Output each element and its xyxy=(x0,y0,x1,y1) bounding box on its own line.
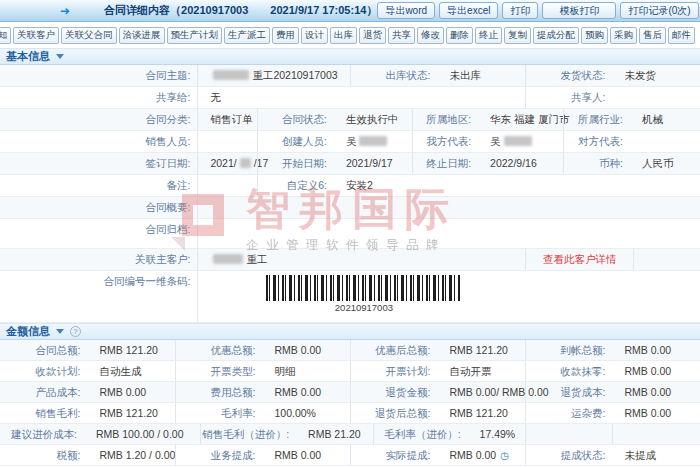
field-label: 到帐总额: xyxy=(525,340,613,360)
modify-button[interactable]: 修改 xyxy=(417,27,444,44)
stock-out-button[interactable]: 出库 xyxy=(330,27,357,44)
commission-allocation-button[interactable]: 提成分配 xyxy=(533,27,579,44)
field-value: RMB 121.20 xyxy=(438,403,526,423)
field-label: 所属行业: xyxy=(563,109,630,130)
field-value: 吴 xyxy=(334,131,412,152)
link-parent-contract-button[interactable]: 关联父合同 xyxy=(61,27,117,44)
table-row: 合同编号一维条码:20210917003 xyxy=(0,271,700,323)
section-header-amount-info[interactable]: 金额信息 ? xyxy=(0,323,700,340)
field-label: 优惠总额: xyxy=(175,340,263,360)
table-row: 签订日期:2021//17开始日期:2021/9/17终止日期:2022/9/1… xyxy=(0,153,700,175)
link-customer-button[interactable]: 关联客户 xyxy=(13,27,59,44)
field-label: 收款计划: xyxy=(0,361,88,381)
share-button[interactable]: 共享 xyxy=(388,27,415,44)
basic-info-table: 合同主题:重工20210917003出库状态:未出库发货状态:未发货共享给:无共… xyxy=(0,65,700,323)
field-value: 华东 福建 厦门市 xyxy=(478,109,563,130)
field-value: 未发货 xyxy=(612,65,700,86)
field-label: 税额: xyxy=(0,445,88,465)
field-value: 安装2 xyxy=(334,175,700,196)
table-row: 建议进价成本:RMB 100.00 / 0.00销售毛利（进价）:RMB 21.… xyxy=(0,424,700,445)
field-label: 共享人: xyxy=(525,87,613,108)
field-label: 自定义6: xyxy=(257,175,334,196)
action-toolbar: 通知关联客户关联父合同洽谈进展预生产计划生产派工费用设计出库退货共享修改删除终止… xyxy=(0,22,700,48)
field-value: 重工20210917003 xyxy=(197,65,350,86)
after-sales-button[interactable]: 售后 xyxy=(639,27,666,44)
field-label: 开票类型: xyxy=(175,361,263,381)
field-label: 合同编号一维条码: xyxy=(0,271,197,322)
field-value xyxy=(197,131,257,152)
table-row: 合同概要: xyxy=(0,197,700,219)
return-goods-button[interactable]: 退货 xyxy=(359,27,386,44)
field-label: 合同状态: xyxy=(257,109,334,130)
pre-production-plan-button[interactable]: 预生产计划 xyxy=(167,27,223,44)
field-label: 收款抹零: xyxy=(525,361,613,381)
export-excel-button[interactable]: 导出excel xyxy=(439,2,498,19)
section-header-basic-info[interactable]: 基本信息 xyxy=(0,48,700,65)
export-word-button[interactable]: 导出word xyxy=(377,2,435,19)
field-value: RMB 0.00/ RMB 0.00 xyxy=(438,382,526,402)
field-value: 自动开票 xyxy=(438,361,526,381)
field-label: 销售毛利（进价）: xyxy=(200,424,297,444)
field-value: RMB 0.00 xyxy=(263,340,351,360)
print-button[interactable]: 打印 xyxy=(502,2,538,19)
field-value: 吴 xyxy=(478,131,563,152)
field-value: 无 xyxy=(197,87,525,108)
delete-button[interactable]: 删除 xyxy=(446,27,473,44)
field-label: 创建人员: xyxy=(257,131,334,152)
table-row: 税额:RMB 1.20 / 0.00业务提成:RMB 0.00实际提成:RMB … xyxy=(0,445,700,466)
table-row: 销售毛利:RMB 121.20毛利率:100.00%退货后总额:RMB 121.… xyxy=(0,403,700,424)
amount-info-table: 合同总额:RMB 121.20优惠总额:RMB 0.00优惠后总额:RMB 12… xyxy=(0,340,700,466)
negotiation-progress-button[interactable]: 洽谈进展 xyxy=(119,27,165,44)
field-value: 人民币 xyxy=(630,153,700,174)
field-label: 退货后总额: xyxy=(350,403,438,423)
design-button[interactable]: 设计 xyxy=(301,27,328,44)
field-value xyxy=(197,219,700,248)
redacted-text xyxy=(359,136,387,146)
field-value: 2021//17 xyxy=(197,153,257,174)
field-label: 终止日期: xyxy=(412,153,478,174)
clock-icon: ◷ xyxy=(500,450,509,461)
field-value: RMB 0.00 xyxy=(613,340,700,360)
field-label: 关联主客户: xyxy=(0,249,197,270)
copy-button[interactable]: 复制 xyxy=(504,27,531,44)
help-icon[interactable]: ? xyxy=(70,326,81,337)
field-value: RMB 0.00 xyxy=(613,361,700,381)
page-title: 合同详细内容（20210917003 2021/9/17 17:05:14） xyxy=(104,3,377,18)
field-label: 退货成本: xyxy=(525,382,613,402)
purchase-button[interactable]: 采购 xyxy=(610,27,637,44)
field-value xyxy=(633,249,700,270)
field-label: 提成状态: xyxy=(525,445,613,465)
amount-info-title: 金额信息 xyxy=(6,324,50,339)
field-value: RMB 100.00 / 0.00 xyxy=(84,424,200,444)
field-value: RMB 121.20 xyxy=(88,340,176,360)
field-label: 运杂费: xyxy=(525,403,613,423)
field-value xyxy=(612,87,700,108)
pre-purchase-button[interactable]: 预购 xyxy=(581,27,608,44)
redacted-text xyxy=(213,254,243,264)
field-label: 合同分类: xyxy=(0,109,197,130)
field-label: 销售人员: xyxy=(0,131,197,152)
field-value: RMB 0.00 xyxy=(263,445,351,465)
table-row: 合同总额:RMB 121.20优惠总额:RMB 0.00优惠后总额:RMB 12… xyxy=(0,340,700,361)
template-print-button[interactable]: 模板打印 xyxy=(542,2,616,19)
field-label: 所属地区: xyxy=(412,109,478,130)
field-label: 共享给: xyxy=(0,87,197,108)
field-label: 建议进价成本: xyxy=(0,424,84,444)
print-log-button[interactable]: 打印记录(0次) xyxy=(620,2,698,19)
field-label: 发货状态: xyxy=(525,65,613,86)
terminate-button[interactable]: 终止 xyxy=(475,27,502,44)
field-value xyxy=(197,175,257,196)
field-label: 备注: xyxy=(0,175,197,196)
redacted-text xyxy=(240,158,251,168)
expense-button[interactable]: 费用 xyxy=(272,27,299,44)
field-value xyxy=(630,131,700,152)
email-button[interactable]: 邮件 xyxy=(668,27,695,44)
view-customer-link[interactable]: 查看此客户详情 xyxy=(525,249,634,270)
notify-button[interactable]: 通知 xyxy=(0,27,11,44)
field-value: RMB 0.00◷ xyxy=(438,445,526,465)
field-label: 出库状态: xyxy=(350,65,438,86)
production-dispatch-button[interactable]: 生产派工 xyxy=(224,27,270,44)
field-label: 退货金额: xyxy=(350,382,438,402)
chevron-down-icon xyxy=(56,329,64,334)
table-row: 合同分类:销售订单合同状态:生效执行中所属地区:华东 福建 厦门市所属行业:机械 xyxy=(0,109,700,131)
